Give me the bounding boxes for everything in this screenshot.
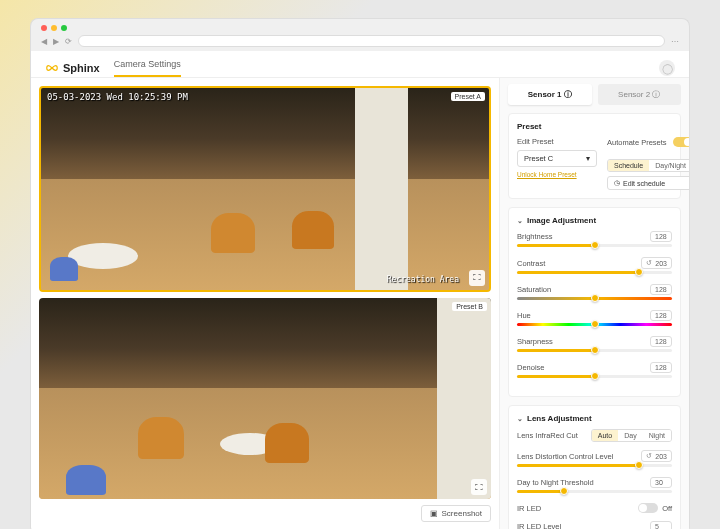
reset-icon[interactable]: ↺ [646,259,652,267]
ir-level-slider[interactable]: IR LED Level 5 12345678 [517,521,672,529]
chevron-down-icon[interactable]: ⌄ [517,415,523,423]
user-icon: ◯ [662,63,673,74]
camera-timestamp: 05-03-2023 Wed 10:25:39 PM [47,92,188,102]
avatar[interactable]: ◯ [659,60,675,76]
tab-camera-settings[interactable]: Camera Settings [114,59,181,77]
automate-presets-toggle[interactable] [673,137,689,147]
preset-title: Preset [517,122,672,131]
distortion-slider[interactable]: Lens Distortion Control Level ↺ 203 [517,450,672,467]
threshold-slider[interactable]: Day to Night Threshold 30 [517,477,672,493]
nav-reload-icon[interactable]: ⟳ [65,37,72,46]
camera-view-1[interactable]: 05-03-2023 Wed 10:25:39 PM Recreation Ar… [39,86,491,292]
hue-slider[interactable]: Hue128 [517,310,672,326]
ir-cut-segment[interactable]: AutoDayNight [591,429,672,442]
sharpness-slider[interactable]: Sharpness128 [517,336,672,352]
browser-chrome: ◀ ▶ ⟳ ⋯ [30,18,690,51]
reset-icon[interactable]: ↺ [646,452,652,460]
expand-icon[interactable]: ⛶ [471,479,487,495]
nav-menu-icon[interactable]: ⋯ [671,37,679,46]
seg-day[interactable]: Day [618,430,642,441]
edit-preset-label: Edit Preset [517,137,597,146]
window-controls[interactable] [41,25,679,31]
tab-sensor-1[interactable]: Sensor 1 ⓘ [508,84,592,105]
expand-icon[interactable]: ⛶ [469,270,485,286]
preset-badge: Preset A [451,92,485,101]
settings-panel: Sensor 1 ⓘ Sensor 2 ⓘ Preset Edit Preset… [499,78,689,529]
url-input[interactable] [78,35,665,47]
lens-adjustment-section: ⌄ Lens Adjustment Lens InfraRed Cut Auto… [508,405,681,529]
camera-icon: ▣ [430,509,438,518]
app-header: Sphinx Camera Settings ◯ [31,51,689,78]
app-frame: Sphinx Camera Settings ◯ 05-03-2023 Wed … [30,51,690,529]
camera-previews: 05-03-2023 Wed 10:25:39 PM Recreation Ar… [31,78,499,529]
nav-back-icon[interactable]: ◀ [41,37,47,46]
denoise-slider[interactable]: Denoise128 [517,362,672,378]
contrast-slider[interactable]: Contrast↺203 [517,257,672,274]
clock-icon: ◷ [614,179,620,187]
saturation-slider[interactable]: Saturation128 [517,284,672,300]
preset-section: Preset Edit Preset Preset C ▾ Unlock Hom… [508,113,681,199]
brightness-slider[interactable]: Brightness128 [517,231,672,247]
screenshot-label: Screenshot [442,509,482,518]
seg-night[interactable]: Night [643,430,671,441]
image-adjustment-section: ⌄ Image Adjustment Brightness128Contrast… [508,207,681,397]
chevron-down-icon[interactable]: ⌄ [517,217,523,225]
tab-sensor-2[interactable]: Sensor 2 ⓘ [598,84,682,105]
camera-area-label: Recreation Area [387,275,459,284]
info-icon: ⓘ [564,90,572,99]
chevron-down-icon: ▾ [586,154,590,163]
app-logo[interactable]: Sphinx [45,62,100,74]
info-icon: ⓘ [652,90,660,99]
seg-schedule[interactable]: Schedule [608,160,649,171]
seg-daynight[interactable]: Day/Night [649,160,689,171]
preset-badge: Preset B [452,302,487,311]
camera-view-2[interactable]: Preset B ⛶ [39,298,491,500]
nav-forward-icon[interactable]: ▶ [53,37,59,46]
logo-text: Sphinx [63,62,100,74]
ir-led-toggle[interactable] [638,503,658,513]
infinity-icon [45,64,59,72]
ir-led-label: IR LED [517,504,541,513]
unlock-home-preset-link[interactable]: Unlock Home Preset [517,171,597,178]
edit-schedule-button[interactable]: ◷ Edit schedule [607,176,689,190]
ir-cut-label: Lens InfraRed Cut [517,431,578,440]
automate-presets-label: Automate Presets [607,138,667,147]
seg-auto[interactable]: Auto [592,430,618,441]
preset-select[interactable]: Preset C ▾ [517,150,597,167]
section-title-text: Image Adjustment [527,216,596,225]
screenshot-button[interactable]: ▣ Screenshot [421,505,491,522]
automate-mode-segment[interactable]: Schedule Day/Night [607,159,689,172]
section-title-text: Lens Adjustment [527,414,592,423]
